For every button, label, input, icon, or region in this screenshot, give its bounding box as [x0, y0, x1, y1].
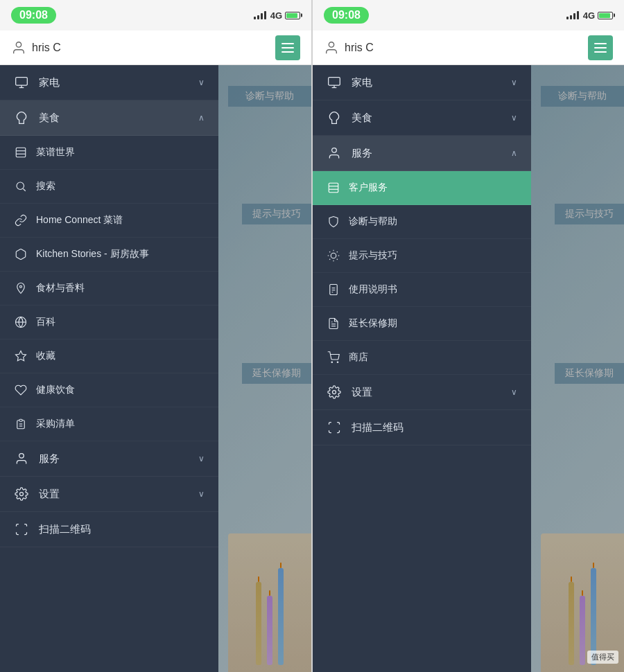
sub-customer-service-right[interactable]: 客户服务 — [313, 171, 531, 205]
svg-rect-4 — [16, 148, 26, 157]
svg-point-42 — [337, 362, 338, 363]
svg-rect-35 — [330, 285, 338, 295]
diagnosis-icon — [327, 214, 340, 229]
svg-rect-19 — [329, 78, 340, 86]
search-sub-label-left: 搜索 — [36, 180, 55, 193]
tips-icon — [327, 248, 340, 263]
manual-label: 使用说明书 — [349, 283, 397, 296]
sub-diagnosis-right[interactable]: 诊断与帮助 — [313, 205, 531, 239]
drawer-item-qrcode-left[interactable]: 扫描二维码 — [0, 512, 218, 547]
settings-label-left: 设置 — [39, 488, 189, 501]
svg-line-29 — [329, 251, 330, 252]
drawer-item-services-right[interactable]: 服务 ∧ — [313, 136, 531, 171]
sub-recipe-world-left[interactable]: 菜谱世界 — [0, 136, 218, 170]
appliance-icon-right — [327, 75, 342, 90]
header-right: hris C — [313, 30, 624, 65]
svg-point-9 — [20, 285, 22, 288]
customer-service-icon — [327, 180, 340, 195]
food-icon-right — [327, 110, 342, 125]
services-label-right: 服务 — [352, 147, 501, 160]
svg-point-22 — [332, 148, 337, 153]
settings-chevron-right: ∨ — [511, 387, 517, 397]
wiki-icon — [14, 315, 28, 330]
username-right: hris C — [345, 42, 374, 54]
drawer-item-services-left[interactable]: 服务 ∨ — [0, 441, 218, 477]
username-left: hris C — [32, 42, 61, 54]
signal-icon — [254, 11, 266, 19]
status-bar-right: 09:08 4G — [313, 0, 624, 30]
battery-icon — [285, 12, 300, 19]
svg-point-43 — [333, 391, 336, 394]
svg-marker-12 — [16, 351, 26, 361]
svg-point-18 — [329, 42, 333, 46]
sub-tips-right[interactable]: 提示与技巧 — [313, 239, 531, 273]
svg-rect-1 — [16, 78, 28, 86]
health-label-left: 健康饮食 — [36, 384, 75, 396]
kitchen-stories-icon — [14, 247, 28, 262]
qrcode-icon-left — [14, 522, 29, 537]
shop-icon — [327, 350, 340, 365]
svg-line-34 — [337, 251, 338, 252]
menu-line-2 — [281, 47, 294, 48]
svg-rect-23 — [329, 183, 338, 193]
drawer-item-settings-right[interactable]: 设置 ∨ — [313, 375, 531, 410]
qrcode-label-left: 扫描二维码 — [39, 523, 205, 536]
menu-line-3-right — [594, 51, 607, 53]
menu-line-3 — [281, 51, 294, 53]
sub-ingredients-left[interactable]: 食材与香料 — [0, 272, 218, 306]
warranty-icon — [327, 316, 340, 331]
network-label: 4G — [270, 10, 282, 21]
drawer-item-settings-left[interactable]: 设置 ∨ — [0, 477, 218, 512]
menu-line-1 — [281, 43, 294, 44]
food-chevron-right: ∨ — [511, 113, 517, 123]
favorites-icon — [14, 348, 28, 364]
drawer-item-appliance-left[interactable]: 家电 ∨ — [0, 65, 218, 100]
ingredients-label-left: 食材与香料 — [36, 282, 85, 294]
sub-shopping-left[interactable]: 采购清单 — [0, 407, 218, 441]
menu-button-right[interactable] — [588, 35, 613, 60]
sub-health-left[interactable]: 健康饮食 — [0, 373, 218, 407]
sub-kitchen-stories-left[interactable]: Kitchen Stories - 厨房故事 — [0, 238, 218, 272]
sub-wiki-left[interactable]: 百科 — [0, 306, 218, 339]
drawer-item-food-left[interactable]: 美食 ∧ — [0, 100, 218, 136]
content-left: 诊断与帮助 提示与技巧 延长保修期 — [0, 65, 311, 672]
qrcode-icon-right — [327, 420, 342, 435]
right-overlay-left[interactable] — [218, 65, 311, 672]
left-phone: 09:08 4G hris C — [0, 0, 311, 672]
settings-chevron-left: ∨ — [198, 489, 205, 499]
shopping-label-left: 采购清单 — [36, 418, 75, 430]
warranty-label: 延长保修期 — [349, 317, 397, 330]
sub-homeconnect-left[interactable]: Home Connect 菜谱 — [0, 204, 218, 238]
sub-warranty-right[interactable]: 延长保修期 — [313, 307, 531, 341]
drawer-left: 家电 ∨ 美食 ∧ 菜谱世界 — [0, 65, 218, 672]
svg-line-8 — [23, 188, 25, 191]
sub-search-left[interactable]: 搜索 — [0, 170, 218, 204]
svg-point-7 — [17, 182, 24, 190]
svg-line-30 — [337, 259, 338, 260]
services-chevron-left: ∨ — [198, 454, 205, 463]
appliance-chevron-right: ∨ — [511, 78, 517, 87]
services-chevron-right: ∧ — [511, 148, 517, 158]
health-icon — [14, 382, 28, 398]
sub-favorites-left[interactable]: 收藏 — [0, 339, 218, 373]
drawer-item-food-right[interactable]: 美食 ∨ — [313, 100, 531, 136]
recipe-world-icon — [14, 145, 28, 160]
homeconnect-label-left: Home Connect 菜谱 — [36, 214, 123, 227]
manual-icon — [327, 282, 340, 297]
drawer-item-qrcode-right[interactable]: 扫描二维码 — [313, 410, 531, 445]
header-left: hris C — [0, 30, 311, 65]
diagnosis-label: 诊断与帮助 — [349, 215, 397, 228]
services-icon-left — [14, 451, 29, 466]
menu-line-2-right — [594, 47, 607, 48]
settings-label-right: 设置 — [352, 386, 501, 399]
right-overlay-right[interactable] — [531, 65, 624, 672]
sub-manual-right[interactable]: 使用说明书 — [313, 273, 531, 307]
svg-point-26 — [331, 253, 336, 258]
sub-shop-right[interactable]: 商店 — [313, 341, 531, 375]
services-icon-right — [327, 145, 342, 161]
drawer-item-appliance-right[interactable]: 家电 ∨ — [313, 65, 531, 100]
menu-button-left[interactable] — [275, 35, 300, 60]
drawer-right: 家电 ∨ 美食 ∨ 服务 ∧ — [313, 65, 531, 672]
appliance-icon — [14, 75, 29, 90]
svg-point-0 — [16, 42, 21, 46]
